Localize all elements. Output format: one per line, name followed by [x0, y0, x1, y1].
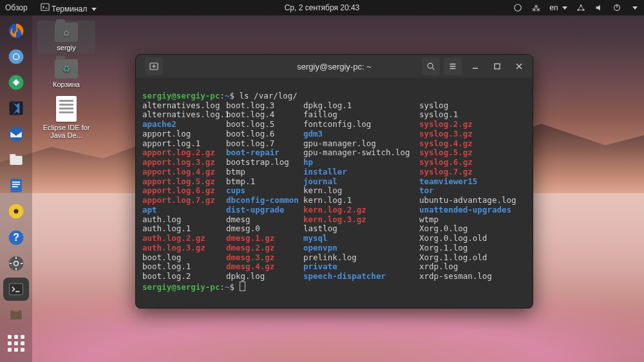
keyboard-layout[interactable]: en	[549, 3, 567, 12]
ls-column: dpkg.log.1 faillog fontconfig.log gdm3 g…	[303, 101, 419, 281]
svg-rect-17	[12, 182, 20, 183]
ls-entry: dmesg.1.gz	[226, 233, 274, 243]
dock-firefox[interactable]	[3, 19, 29, 43]
maximize-button[interactable]	[489, 58, 506, 75]
ls-entry: installer	[303, 167, 347, 176]
ls-entry: Xorg.1.log	[419, 243, 468, 252]
chevron-down-icon	[91, 8, 97, 11]
svg-line-36	[433, 68, 435, 70]
minimize-button[interactable]	[467, 58, 484, 75]
power-icon[interactable]	[612, 3, 621, 12]
cursor	[240, 281, 245, 291]
ls-entry: apport.log.5.gz	[142, 176, 215, 186]
dock-libreoffice-writer[interactable]	[3, 174, 29, 197]
dock-files[interactable]	[3, 148, 29, 171]
activities-button[interactable]: Обзор	[5, 3, 28, 12]
ls-entry: auth.log	[142, 214, 181, 224]
show-applications-button[interactable]	[3, 332, 29, 355]
ls-entry: fontconfig.log	[303, 119, 371, 129]
ls-entry: apport.log.3.gz	[142, 157, 215, 167]
ls-entry: btmp	[226, 167, 245, 176]
svg-rect-18	[12, 184, 20, 186]
notification-icon[interactable]	[513, 3, 522, 12]
ls-entry: lastlog	[303, 224, 337, 233]
top-bar: Обзор Терминал Ср, 2 сентября 20:43 ⁂ en	[0, 0, 644, 15]
ls-entry: wtmp	[419, 214, 439, 224]
ls-entry: gpu-manager-switch.log	[303, 148, 410, 157]
desktop-icon-home[interactable]: ⌂ sergiy	[37, 21, 95, 53]
ls-entry: dpkg.log	[226, 271, 265, 281]
ls-entry: syslog.7.gz	[419, 167, 473, 176]
ls-entry: boot.log.2	[142, 271, 191, 281]
desktop-icon-trash[interactable]: ♻ Корзина	[37, 57, 95, 90]
ls-entry: boot-repair	[226, 148, 279, 157]
search-button[interactable]	[422, 57, 440, 75]
desktop-icon-eclipse[interactable]: Eclipse IDE for Java De...	[37, 94, 95, 141]
volume-icon[interactable]	[594, 3, 603, 12]
svg-rect-0	[41, 3, 49, 10]
input-method-icon[interactable]: ⁂	[531, 3, 540, 12]
dock-anydesk[interactable]	[3, 71, 29, 94]
network-icon[interactable]	[576, 3, 585, 12]
ls-entry: private	[303, 262, 337, 271]
ls-entry: cups	[226, 186, 245, 195]
svg-point-1	[515, 5, 522, 12]
dock-rhythmbox[interactable]	[3, 200, 29, 223]
new-tab-button[interactable]	[145, 57, 163, 75]
prompt-user: sergiy@sergiy-pc	[142, 282, 220, 292]
ls-entry: apport.log.2.gz	[142, 148, 215, 157]
ls-entry: syslog.1	[419, 110, 458, 119]
ls-entry: gdm3	[303, 129, 323, 138]
dock-settings[interactable]	[3, 252, 29, 275]
ls-entry: ubuntu-advantage.log	[419, 195, 516, 205]
dock-thunderbird[interactable]	[3, 122, 29, 146]
clock[interactable]: Ср, 2 сентября 20:43	[285, 3, 360, 12]
terminal-window[interactable]: sergiy@sergiy-pc: ~ sergiy@sergiy-pc:~$ …	[135, 54, 533, 309]
terminal-body[interactable]: sergiy@sergiy-pc:~$ ls /var/log/ alterna…	[136, 78, 533, 308]
terminal-menu-label: Терминал	[52, 5, 87, 14]
terminal-icon	[41, 3, 50, 12]
ls-entry: faillog	[303, 110, 337, 119]
dock-vscode[interactable]	[3, 97, 29, 120]
terminal-titlebar[interactable]: sergiy@sergiy-pc: ~	[136, 55, 533, 78]
dock-software[interactable]	[3, 303, 29, 327]
ls-entry: apport.log.7.gz	[142, 195, 215, 205]
ls-entry: dmesg.3.gz	[226, 252, 274, 262]
dock-help[interactable]: ?	[3, 226, 29, 249]
ls-entry: apport.log.6.gz	[142, 186, 215, 195]
ls-entry: xrdp.log	[419, 262, 458, 271]
ls-entry: boot.log	[142, 252, 181, 262]
ls-entry: Xorg.0.log.old	[419, 233, 487, 243]
ls-entry: boot.log.6	[226, 129, 274, 138]
close-button[interactable]	[511, 58, 527, 75]
ls-entry: apport.log	[142, 129, 191, 138]
svg-rect-16	[10, 179, 22, 193]
ls-entry: dmesg.2.gz	[226, 243, 274, 252]
ls-entry: openvpn	[303, 243, 337, 252]
ls-entry: syslog.4.gz	[419, 138, 473, 148]
svg-rect-31	[10, 310, 22, 319]
ls-entry: auth.log.2.gz	[142, 233, 205, 243]
ls-entry: auth.log.3.gz	[142, 243, 205, 252]
ls-entry: kern.log	[303, 186, 342, 195]
svg-rect-14	[10, 156, 22, 165]
hamburger-menu-button[interactable]	[444, 57, 462, 75]
prompt-user: sergiy@sergiy-pc	[142, 91, 220, 100]
ls-entry: Xorg.1.log.old	[419, 252, 487, 262]
ls-entry: syslog.2.gz	[419, 119, 473, 129]
ls-entry: gpu-manager.log	[303, 138, 376, 148]
home-icon: ⌂	[58, 26, 75, 39]
svg-rect-30	[10, 283, 23, 295]
ls-entry: prelink.log	[303, 252, 357, 262]
dock-terminal[interactable]	[3, 278, 29, 301]
dock-chromium[interactable]	[3, 45, 29, 68]
ls-column: alternatives.log alternatives.log.1 apac…	[142, 101, 226, 281]
ls-entry: alternatives.log	[142, 100, 220, 110]
ls-entry: speech-dispatcher	[303, 271, 386, 281]
chevron-down-icon	[562, 6, 567, 10]
ls-column: boot.log.3 boot.log.4 boot.log.5 boot.lo…	[226, 101, 303, 281]
ls-entry: boot.log.5	[226, 119, 274, 129]
terminal-app-menu[interactable]: Терминал	[41, 3, 97, 14]
ls-entry: unattended-upgrades	[419, 205, 511, 214]
ls-entry: kern.log.3.gz	[303, 214, 366, 224]
